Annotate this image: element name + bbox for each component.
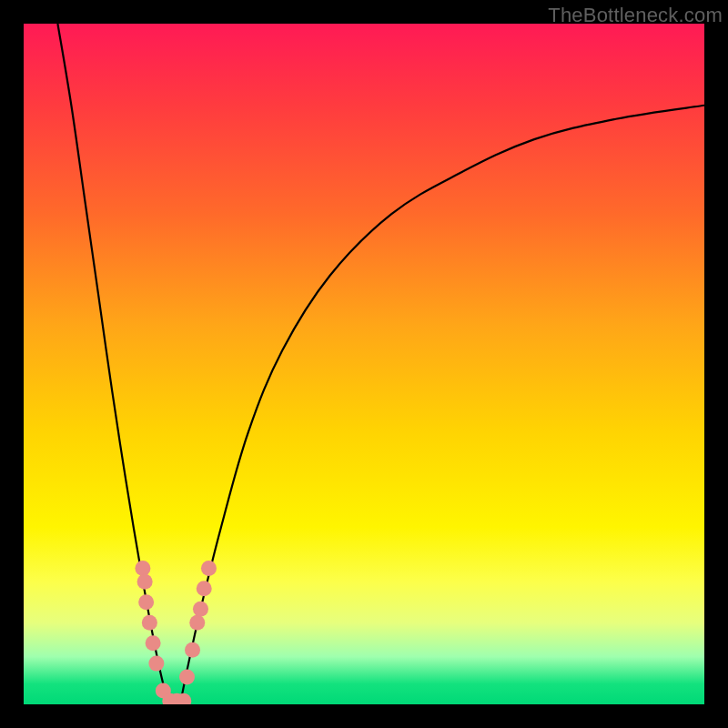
marker-dot	[201, 561, 217, 576]
marker-dot	[189, 615, 205, 631]
marker-dot	[179, 670, 195, 685]
markers-group	[135, 561, 217, 704]
curves-layer	[24, 24, 704, 704]
marker-dot	[185, 642, 200, 658]
marker-dot	[138, 594, 154, 610]
right-branch-curve	[180, 106, 704, 704]
marker-dot	[146, 635, 161, 651]
marker-dot	[193, 602, 208, 617]
watermark-text: TheBottleneck.com	[548, 4, 723, 27]
plot-area	[24, 24, 704, 704]
marker-dot	[148, 656, 164, 672]
marker-dot	[197, 581, 212, 596]
marker-dot	[137, 574, 153, 590]
marker-dot	[135, 561, 150, 576]
chart-frame: TheBottleneck.com	[0, 0, 728, 728]
marker-dot	[142, 615, 157, 631]
